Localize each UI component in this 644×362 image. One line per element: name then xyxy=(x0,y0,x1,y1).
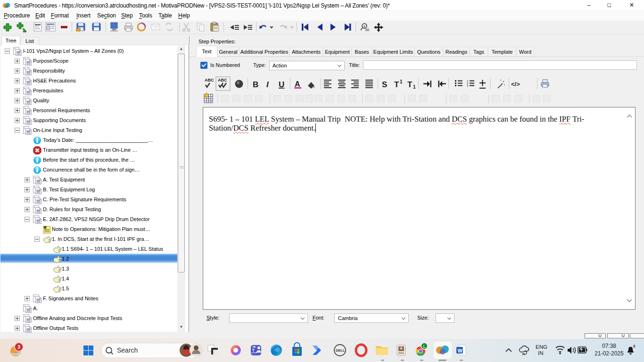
svg-text:a: a xyxy=(363,25,365,28)
svg-text:</>: </> xyxy=(511,81,520,88)
svg-text:1: 1 xyxy=(413,84,416,90)
svg-text:1: 1 xyxy=(400,79,403,84)
svg-text:W: W xyxy=(458,348,463,354)
svg-text:T: T xyxy=(407,80,413,89)
svg-text:3: 3 xyxy=(467,84,469,87)
svg-text:T: T xyxy=(252,348,255,353)
svg-text:U: U xyxy=(279,80,284,89)
svg-text:3: 3 xyxy=(17,344,20,350)
svg-text:DELL: DELL xyxy=(336,348,345,353)
svg-text:ABC: ABC xyxy=(218,78,227,82)
svg-text:21-02-2025: 21-02-2025 xyxy=(594,350,624,357)
svg-text:I: I xyxy=(266,80,269,89)
svg-text:L: L xyxy=(423,344,426,349)
svg-text:07:38: 07:38 xyxy=(602,343,616,349)
svg-text:S: S xyxy=(382,80,387,89)
svg-text:ABC: ABC xyxy=(205,78,214,82)
svg-text:B: B xyxy=(253,80,258,89)
svg-text:ENG: ENG xyxy=(536,344,547,350)
svg-text:Search: Search xyxy=(117,346,138,354)
svg-text:A: A xyxy=(295,80,300,88)
svg-text:T: T xyxy=(394,80,399,89)
svg-text:z: z xyxy=(633,344,636,348)
svg-text:IN: IN xyxy=(538,350,544,356)
